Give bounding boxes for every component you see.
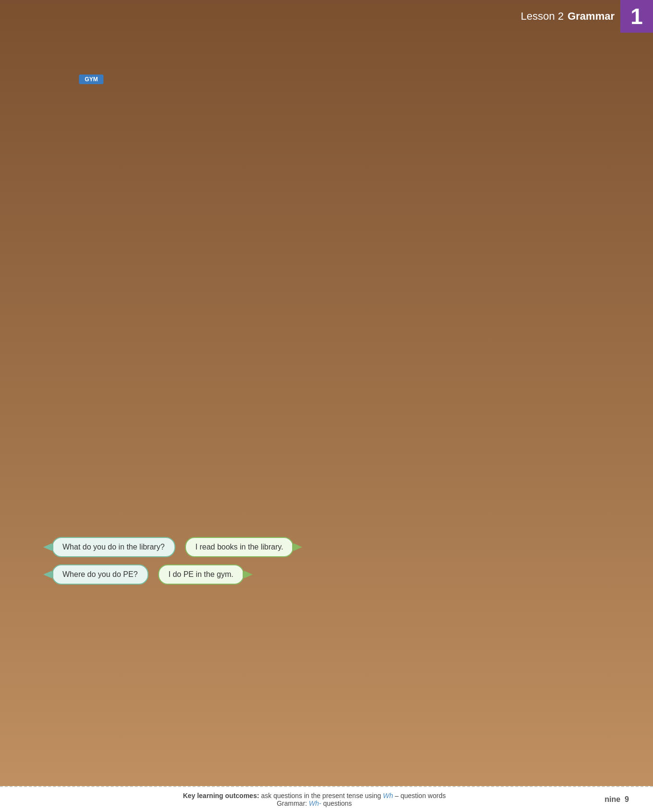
page-number-footer: nine 9 — [604, 795, 629, 804]
lesson-label: Lesson 2 — [521, 10, 567, 23]
bubble-text-right-2: I do PE in the gym. — [158, 564, 244, 585]
footer-text: Key learning outcomes: ask questions in … — [24, 792, 604, 807]
bubble-text-left-2: Where do you do PE? — [52, 564, 148, 585]
page-number-badge: 1 — [620, 0, 653, 33]
section-2: 2 Read again. Which places does Ravi tal… — [24, 207, 629, 292]
bubble-right-1: I read books in the library. — [185, 537, 303, 557]
hall-scene — [484, 231, 628, 291]
gym-sign: GYM — [79, 75, 103, 84]
main-content: 1 Listen and read. Listen and repeat. Ac… — [0, 33, 653, 606]
key-outcomes-label: Key learning outcomes: — [183, 792, 259, 800]
bubble-left-1: What do you do in the library? — [43, 537, 175, 557]
bubble-text-left-1: What do you do in the library? — [52, 537, 175, 557]
photos-row — [24, 230, 629, 292]
bubble-text-right-1: I read books in the library. — [185, 537, 294, 557]
grammar-footer-text: Grammar: Wh- questions — [277, 800, 352, 807]
photo-sportshall — [483, 230, 629, 292]
grammar-label: Grammar — [567, 10, 615, 23]
bubble-right-2: I do PE in the gym. — [158, 564, 253, 585]
page-footer: Key learning outcomes: ask questions in … — [0, 786, 653, 812]
bubble-left-2: Where do you do PE? — [43, 564, 148, 585]
outcomes-text: ask questions in the present tense using… — [261, 792, 445, 800]
